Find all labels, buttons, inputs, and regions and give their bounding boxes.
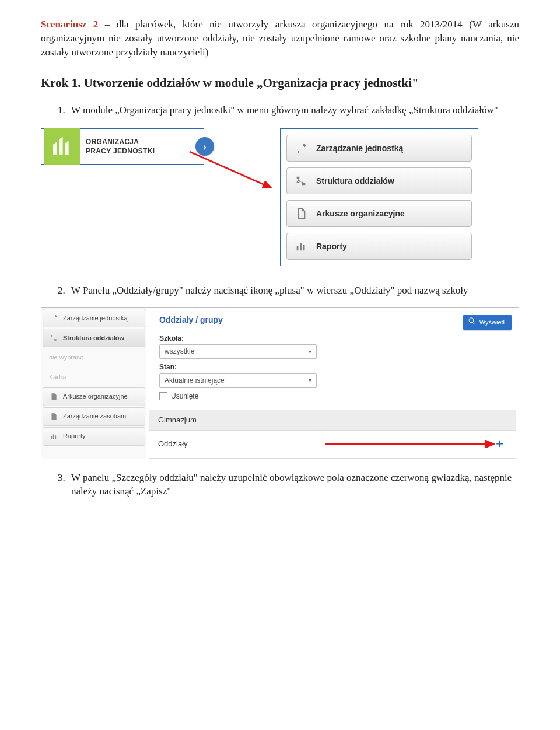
side-arkusze[interactable]: Arkusze organizacyjne: [43, 387, 145, 406]
search-button[interactable]: Wyświetl: [463, 315, 512, 330]
menu-zarzadzanie[interactable]: Zarządzanie jednostką: [286, 135, 472, 162]
oddzialy-row[interactable]: Oddziały +: [149, 430, 516, 459]
sheets-icon: [49, 412, 58, 421]
menu-arkusze[interactable]: Arkusze organizacyjne: [286, 200, 472, 227]
plus-icon[interactable]: +: [496, 435, 503, 453]
module-label: ORGANIZACJAPRACY JEDNOSTKI: [86, 137, 155, 157]
step-1: W module „Organizacja pracy jednostki" w…: [68, 103, 519, 117]
school-select[interactable]: wszystkie: [159, 344, 317, 359]
module-card[interactable]: ORGANIZACJAPRACY JEDNOSTKI: [41, 128, 204, 165]
sheets-icon: [294, 207, 308, 221]
menu-label: Struktura oddziałów: [316, 176, 394, 187]
side-raporty[interactable]: Raporty: [43, 427, 145, 446]
tree-icon: [294, 174, 308, 188]
menu-label: Raporty: [316, 241, 347, 253]
menu-label: Zarządzanie jednostką: [316, 143, 403, 155]
menu-raporty[interactable]: Raporty: [286, 233, 472, 260]
krok1-heading: Krok 1. Utworzenie oddziałów w module „O…: [41, 75, 519, 91]
menu-struktura[interactable]: Struktura oddziałów: [286, 167, 472, 194]
side-kadra: Kadra: [43, 368, 145, 386]
menu-label: Arkusze organizacyjne: [316, 208, 405, 220]
app-panel: Zarządzanie jednostką Struktura oddziałó…: [41, 307, 519, 459]
intro-paragraph: Scenariusz 2 – dla placówek, które nie u…: [41, 18, 519, 59]
menu-panel: Zarządzanie jednostką Struktura oddziałó…: [280, 128, 478, 266]
sheets-icon: [49, 392, 58, 401]
tree-icon: [49, 333, 58, 343]
side-niewybrano: nie wybrano: [43, 348, 145, 366]
step-2: W Panelu „Oddziały/grupy" należy nacisną…: [68, 284, 519, 298]
deleted-label: Usunięte: [171, 392, 198, 401]
search-label: Wyświetl: [480, 318, 505, 327]
search-icon: [468, 317, 476, 327]
content-area: Oddziały / grupy Wyświetl Szkoła: wszyst…: [146, 308, 519, 458]
wrench-icon: [49, 313, 58, 323]
wrench-icon: [294, 141, 308, 155]
app-sidebar: Zarządzanie jednostką Struktura oddziałó…: [41, 308, 146, 458]
scenario-label: Scenariusz 2: [41, 19, 98, 30]
side-zarzadzanie[interactable]: Zarządzanie jednostką: [43, 309, 145, 327]
filter-stan-label: Stan:: [159, 362, 506, 372]
intro-text: – dla placówek, które nie utworzyły arku…: [41, 19, 519, 58]
gimnazjum-row[interactable]: Gimnazjum: [149, 410, 516, 430]
oddzialy-label: Oddziały: [158, 439, 188, 449]
module-row: ORGANIZACJAPRACY JEDNOSTKI Zarządzanie j…: [41, 128, 519, 266]
deleted-checkbox[interactable]: [159, 392, 167, 400]
panel-title: Oddziały / grupy: [159, 315, 223, 326]
step-3: W panelu „Szczegóły oddziału" należy uzu…: [68, 471, 519, 499]
building-icon: [44, 128, 80, 165]
stan-select[interactable]: Aktualnie istniejące: [159, 373, 317, 388]
expand-arrow-icon[interactable]: [195, 137, 214, 156]
side-zasoby[interactable]: Zarządzanie zasobami: [43, 407, 145, 426]
bars-icon: [49, 432, 58, 441]
side-struktura[interactable]: Struktura oddziałów: [43, 329, 145, 347]
bars-icon: [294, 239, 308, 253]
filter-school-label: Szkoła:: [159, 334, 506, 344]
red-arrow-2: [325, 440, 500, 448]
